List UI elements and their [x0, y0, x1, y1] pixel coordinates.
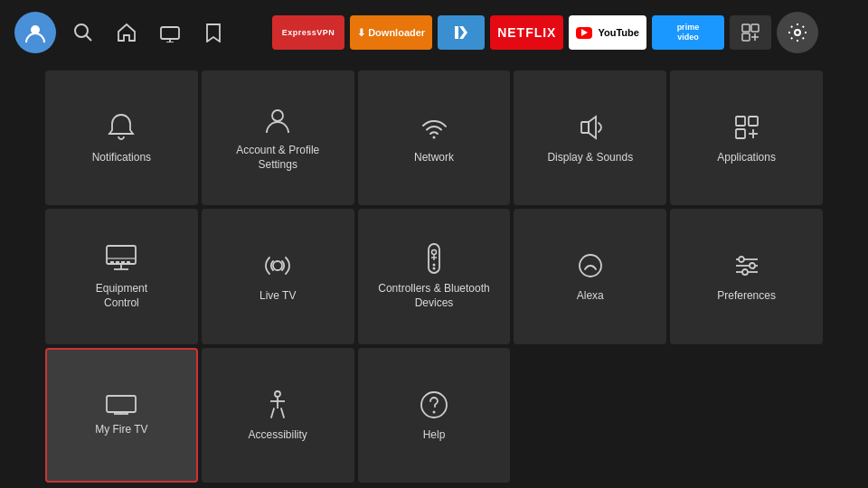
svg-line-2 — [86, 35, 91, 41]
svg-point-49 — [432, 410, 435, 413]
tv-icon[interactable] — [154, 16, 186, 49]
alexa-icon — [574, 249, 607, 282]
topbar: ExpressVPN ⬇ Downloader NETFLIX YouTube … — [0, 0, 868, 65]
grid-item-myfiretv[interactable]: My Fire TV — [45, 348, 198, 483]
svg-rect-27 — [121, 261, 125, 263]
search-icon[interactable] — [67, 16, 99, 49]
preferences-label: Preferences — [717, 289, 776, 304]
settings-button[interactable] — [777, 12, 818, 53]
topbar-apps: ExpressVPN ⬇ Downloader NETFLIX YouTube … — [237, 12, 854, 53]
app-youtube[interactable]: YouTube — [569, 15, 646, 50]
svg-rect-18 — [736, 129, 745, 138]
topbar-left — [14, 12, 230, 53]
help-label: Help — [423, 428, 446, 443]
apps-icon — [731, 111, 763, 144]
svg-rect-8 — [742, 33, 750, 41]
home-icon[interactable] — [110, 16, 143, 49]
svg-point-48 — [421, 392, 447, 418]
settings-grid: Notifications Account & ProfileSettings … — [0, 65, 868, 488]
controllers-label: Controllers & BluetoothDevices — [378, 282, 489, 310]
person-icon — [261, 104, 294, 136]
accessibility-label: Accessibility — [249, 428, 307, 443]
app-tubi[interactable] — [438, 15, 485, 50]
svg-point-13 — [432, 136, 435, 138]
avatar[interactable] — [14, 12, 56, 53]
antenna-icon — [261, 249, 294, 282]
svg-rect-43 — [107, 396, 136, 412]
svg-point-42 — [742, 269, 748, 275]
grid-item-equipment[interactable]: EquipmentControl — [45, 209, 198, 343]
alexa-label: Alexa — [577, 289, 604, 304]
grid-item-accessibility[interactable]: Accessibility — [202, 348, 354, 483]
svg-point-31 — [431, 250, 436, 255]
svg-point-11 — [795, 30, 800, 35]
svg-point-41 — [750, 263, 755, 268]
svg-rect-6 — [742, 24, 750, 32]
svg-rect-14 — [581, 122, 589, 133]
grid-empty-2 — [670, 348, 823, 483]
grid-item-display[interactable]: Display & Sounds — [514, 70, 666, 205]
grid-item-preferences[interactable]: Preferences — [670, 209, 823, 343]
livetv-label: Live TV — [259, 289, 296, 304]
display-label: Display & Sounds — [547, 151, 633, 165]
svg-rect-3 — [161, 27, 179, 39]
svg-point-35 — [432, 267, 435, 270]
monitor-icon — [103, 242, 139, 275]
app-grid[interactable] — [730, 15, 771, 50]
bookmark-icon[interactable] — [197, 16, 230, 49]
applications-label: Applications — [717, 151, 776, 165]
wifi-icon — [418, 111, 450, 144]
grid-empty-1 — [514, 348, 666, 483]
sliders-icon — [731, 249, 763, 282]
svg-rect-16 — [736, 117, 745, 126]
myfiretv-label: My Fire TV — [95, 423, 147, 437]
remote-icon — [421, 242, 447, 275]
bell-icon — [105, 111, 137, 144]
accessibility-icon — [261, 389, 294, 421]
app-expressvpn[interactable]: ExpressVPN — [272, 15, 344, 50]
svg-point-40 — [739, 257, 744, 262]
help-icon — [418, 389, 450, 421]
grid-item-network[interactable]: Network — [358, 70, 511, 205]
app-prime[interactable]: primevideo — [652, 15, 724, 50]
firetv-icon — [105, 394, 137, 416]
grid-item-help[interactable]: Help — [358, 348, 511, 483]
grid-item-livetv[interactable]: Live TV — [202, 209, 354, 343]
account-label: Account & ProfileSettings — [236, 144, 319, 172]
speaker-icon — [574, 111, 607, 144]
svg-rect-28 — [127, 261, 130, 263]
app-netflix[interactable]: NETFLIX — [490, 15, 563, 50]
network-label: Network — [414, 151, 454, 165]
svg-marker-15 — [589, 117, 596, 138]
svg-rect-25 — [110, 261, 114, 263]
svg-rect-17 — [749, 117, 758, 126]
svg-point-1 — [75, 24, 88, 37]
grid-item-alexa[interactable]: Alexa — [514, 209, 666, 343]
grid-item-account[interactable]: Account & ProfileSettings — [202, 70, 354, 205]
svg-point-12 — [272, 110, 283, 121]
svg-point-46 — [275, 391, 280, 397]
svg-rect-7 — [751, 24, 759, 32]
svg-point-34 — [432, 264, 435, 267]
svg-rect-26 — [116, 261, 119, 263]
grid-item-controllers[interactable]: Controllers & BluetoothDevices — [358, 209, 511, 343]
grid-item-applications[interactable]: Applications — [670, 70, 823, 205]
notifications-label: Notifications — [92, 151, 151, 165]
grid-item-notifications[interactable]: Notifications — [45, 70, 198, 205]
svg-point-29 — [273, 261, 282, 270]
equipment-label: EquipmentControl — [96, 282, 147, 310]
app-downloader[interactable]: ⬇ Downloader — [350, 15, 432, 50]
